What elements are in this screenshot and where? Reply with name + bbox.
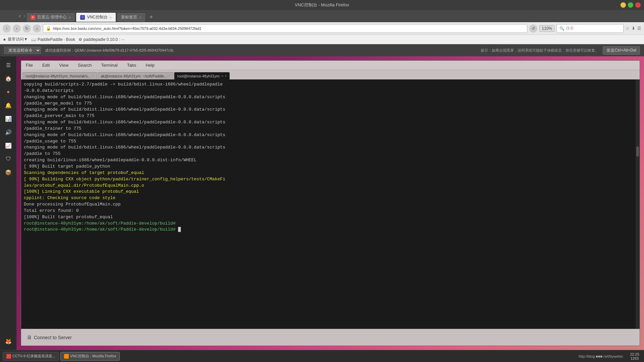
taskbar-url: http://blog.■■■.net/bywetec bbox=[121, 354, 623, 358]
menu-edit[interactable]: Edit bbox=[40, 62, 52, 68]
terminal-line: changing mode of build/bdist.linux-i686/… bbox=[24, 132, 637, 138]
sidebar-icon-analytics[interactable]: 📈 bbox=[2, 139, 14, 152]
terminal-line: creating build/linux-i686/wheel/paddlepa… bbox=[24, 157, 637, 164]
home-button[interactable]: ⌂ bbox=[33, 24, 41, 33]
terminal-line: root@instance-48yh31ym:/home/ak/soft/Pad… bbox=[24, 227, 637, 233]
tab-vnc[interactable]: V VNC控制台 × bbox=[76, 12, 116, 22]
forward-button[interactable]: › bbox=[13, 24, 21, 33]
menu-tabs[interactable]: Tabs bbox=[125, 62, 138, 68]
terminal-line: /paddle_merge_model to 775 bbox=[24, 101, 637, 107]
terminal-menu-bar: File Edit View Search Terminal Tabs Help bbox=[21, 61, 640, 70]
url-input[interactable]: 🔒 https://vnc.bce.baidu.com/vnc_auto.htm… bbox=[43, 24, 527, 33]
back-icon[interactable]: ‹ bbox=[17, 12, 23, 19]
sidebar-icon-shield[interactable]: 🛡 bbox=[2, 153, 14, 165]
browser-tab-bar: ‹ › B 百度云-管理中心 × V VNC控制台 × 新标签页 × + bbox=[0, 10, 644, 22]
remote-hint-text: 提示：如果出现黑屏，说明系统可能处于休眠状态，按任意键可以恢复。 bbox=[481, 48, 599, 53]
main-content: ☰ 🏠 ● 🔔 📊 🔊 📈 🛡 📦 🦊 File Edit View Searc… bbox=[0, 56, 644, 350]
term-tab-2[interactable]: ak@instance-48yh31ym: ~/soft/Paddle... × bbox=[98, 72, 173, 79]
menu-file[interactable]: File bbox=[24, 62, 35, 68]
term-tab-close-2[interactable]: × bbox=[168, 74, 170, 78]
terminal-line: /paddle_usage to 755 bbox=[24, 138, 637, 145]
sidebar-icon-firefox[interactable]: 🦊 bbox=[2, 335, 14, 347]
tab-close-vnc[interactable]: × bbox=[110, 15, 112, 19]
close-btn[interactable] bbox=[635, 2, 641, 8]
monitor-icon: 🖥 bbox=[26, 335, 32, 341]
terminal-scrollbar[interactable] bbox=[636, 79, 640, 329]
terminal-line: changing mode of build/bdist.linux-i686/… bbox=[24, 144, 637, 151]
window-controls bbox=[621, 2, 641, 8]
new-tab-button[interactable]: + bbox=[147, 12, 156, 22]
taskbar-label-vnc: VNC控制台 - Mozilla Firefox bbox=[70, 354, 116, 359]
terminal-line: [ 99%] Built target paddle_python bbox=[24, 164, 637, 170]
terminal-line: Done processing ProtobufEqualMain.cpp bbox=[24, 201, 637, 208]
connect-to-server-button[interactable]: 🖥 Connect to Server bbox=[26, 335, 72, 341]
sidebar-icon-home[interactable]: 🏠 bbox=[2, 72, 14, 84]
term-tab-close-3[interactable]: × bbox=[225, 74, 227, 78]
term-tab-label-3: root@instance-48yh31ym: ~ bbox=[177, 74, 223, 78]
minimize-btn[interactable] bbox=[621, 2, 626, 8]
sidebar-icon-notify[interactable]: 🔔 bbox=[2, 99, 14, 111]
taskbar-label-cctv: CCTV-9 纪录频道高清直... bbox=[12, 354, 55, 359]
bookmark-icon-pkg: ⚙ bbox=[78, 37, 82, 42]
download-icon[interactable]: ⬇ bbox=[632, 26, 635, 31]
tab-new[interactable]: 新标签页 × bbox=[117, 12, 146, 22]
remote-command-select[interactable]: 发送远程命令 bbox=[4, 47, 41, 54]
reload-button[interactable]: ↻ bbox=[23, 24, 31, 33]
sidebar-footer: 🦊 bbox=[2, 335, 14, 347]
sidebar-icon-package[interactable]: 📦 bbox=[2, 166, 14, 178]
bookmark-frequent[interactable]: ★ 最常访问▼ bbox=[3, 37, 28, 42]
menu-terminal[interactable]: Terminal bbox=[99, 62, 120, 68]
connect-label: Connect to Server bbox=[34, 335, 72, 340]
lock-icon: 🔒 bbox=[46, 26, 51, 31]
term-tab-3[interactable]: root@instance-48yh31ym: ~ × bbox=[174, 72, 230, 79]
taskbar-item-vnc[interactable]: VNC控制台 - Mozilla Firefox bbox=[60, 352, 120, 361]
tab-label-vnc: VNC控制台 bbox=[87, 14, 107, 20]
settings-icon[interactable]: ☰ bbox=[637, 26, 641, 31]
address-bar: ‹ › ↻ ⌂ 🔒 https://vnc.bce.baidu.com/vnc_… bbox=[0, 22, 644, 35]
bookmark-label-frequent: 最常访问▼ bbox=[8, 37, 28, 42]
sidebar-icon-circle[interactable]: ● bbox=[2, 86, 14, 98]
sidebar-icon-sound[interactable]: 🔊 bbox=[2, 126, 14, 138]
term-tab-1[interactable]: root@instance-48yh31ym: /home/ak/s... × bbox=[22, 72, 97, 79]
terminal-line: les/protobuf_equal.dir/ProtobufEqualMain… bbox=[24, 183, 637, 189]
tab-close-new[interactable]: × bbox=[139, 15, 141, 19]
search-input[interactable]: 🔍 搜索 bbox=[556, 24, 624, 33]
tab-close-baidu[interactable]: × bbox=[69, 15, 71, 19]
bookmarks-bar: ★ 最常访问▼ 📖 PaddlePaddle · Book ⚙ paddlepa… bbox=[0, 35, 644, 44]
terminal-tab-bar: root@instance-48yh31ym: /home/ak/s... × … bbox=[21, 70, 640, 79]
back-button[interactable]: ‹ bbox=[3, 24, 11, 33]
terminal-cursor bbox=[178, 227, 181, 232]
taskbar: CCTV-9 纪录频道高清直... VNC控制台 - Mozilla Firef… bbox=[0, 350, 644, 362]
taskbar-item-cctv[interactable]: CCTV-9 纪录频道高清直... bbox=[3, 352, 59, 361]
maximize-btn[interactable] bbox=[628, 2, 633, 8]
search-placeholder: 搜索 bbox=[566, 25, 574, 31]
bookmark-icon-book: 📖 bbox=[31, 37, 36, 42]
bookmark-label-pkg: paddlepadle 0.10.0 : ··· bbox=[84, 37, 124, 42]
taskbar-favicon-cctv bbox=[6, 354, 11, 359]
sidebar-icon-menu[interactable]: ☰ bbox=[2, 59, 14, 71]
forward-icon[interactable]: › bbox=[23, 12, 26, 19]
terminal-line: [100%] Linking CXX executable protobuf_e… bbox=[24, 189, 637, 195]
vnc-container: File Edit View Search Terminal Tabs Help… bbox=[17, 56, 644, 350]
sidebar-icon-chart[interactable]: 📊 bbox=[2, 113, 14, 125]
refresh-button[interactable]: ↺ bbox=[529, 24, 537, 33]
bookmark-paddle-pkg[interactable]: ⚙ paddlepadle 0.10.0 : ··· bbox=[78, 37, 124, 42]
terminal-window: File Edit View Search Terminal Tabs Help… bbox=[21, 60, 640, 346]
menu-view[interactable]: View bbox=[57, 62, 70, 68]
url-text: https://vnc.bce.baidu.com/vnc_auto.html?… bbox=[53, 26, 201, 31]
title-bar: VNC控制台 - Mozilla Firefox bbox=[0, 0, 644, 10]
bookmark-star-icon[interactable]: ☆ bbox=[626, 26, 630, 31]
tab-baidu[interactable]: B 百度云-管理中心 × bbox=[26, 12, 75, 22]
terminal-line: cpplint: Checking source code style bbox=[24, 195, 637, 201]
terminal-body[interactable]: copying build/scripts-2.7/paddle -> buil… bbox=[21, 79, 640, 329]
window-title: VNC控制台 - Mozilla Firefox bbox=[295, 2, 349, 8]
menu-help[interactable]: Help bbox=[144, 62, 157, 68]
connect-bar: 🖥 Connect to Server bbox=[21, 329, 640, 346]
menu-search[interactable]: Search bbox=[76, 62, 94, 68]
taskbar-clock: 22:25 1263 bbox=[628, 352, 641, 360]
terminal-scrollbar-thumb[interactable] bbox=[636, 146, 639, 157]
term-tab-close-1[interactable]: × bbox=[92, 74, 94, 78]
send-ctrl-alt-del-button[interactable]: 发送Ctrl+Alt+Del bbox=[603, 46, 640, 55]
left-sidebar: ☰ 🏠 ● 🔔 📊 🔊 📈 🛡 📦 🦊 bbox=[0, 56, 17, 350]
bookmark-paddle-book[interactable]: 📖 PaddlePaddle · Book bbox=[31, 37, 75, 42]
